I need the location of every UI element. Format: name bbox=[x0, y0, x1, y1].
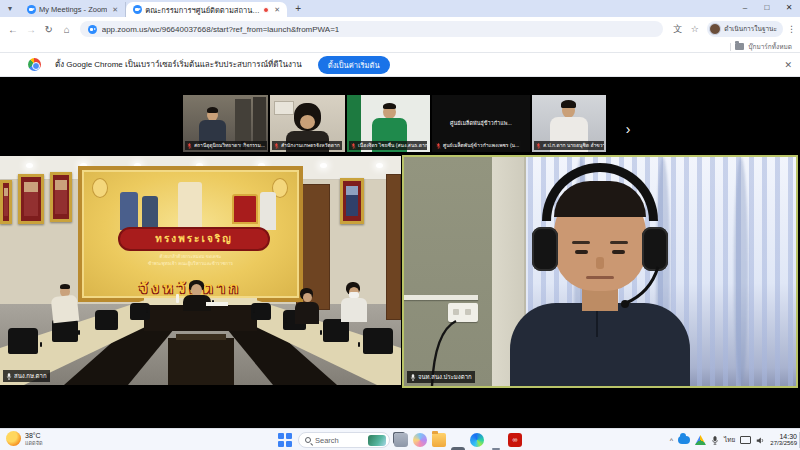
cabinet bbox=[235, 99, 251, 147]
google-drive-icon[interactable] bbox=[695, 435, 706, 445]
translate-icon[interactable]: 文 bbox=[669, 23, 686, 36]
main-video-meeting-room[interactable]: ทรงพระเจริญ ด้วยเกล้าด้วยกระหม่อม ขอเดชะ… bbox=[0, 156, 401, 385]
zoom-favicon bbox=[27, 5, 36, 14]
start-button[interactable] bbox=[278, 433, 292, 447]
muted-mic-icon bbox=[187, 143, 192, 149]
home-icon[interactable]: ⌂ bbox=[58, 24, 76, 35]
address-bar[interactable]: app.zoom.us/wc/96640037668/start?ref_fro… bbox=[80, 21, 664, 37]
window-controls: – □ ✕ bbox=[734, 0, 800, 17]
chair bbox=[323, 319, 349, 342]
set-default-button[interactable]: ตั้งเป็นค่าเริ่มต้น bbox=[318, 56, 390, 74]
forward-icon[interactable]: → bbox=[22, 24, 40, 35]
close-button[interactable]: ✕ bbox=[778, 0, 800, 17]
site-zoom-icon bbox=[88, 25, 97, 34]
search-daily-image bbox=[368, 435, 386, 446]
video-name: สนง.กษ.ตาก bbox=[14, 372, 47, 380]
cabinet bbox=[253, 97, 266, 147]
participant-thumbnail[interactable]: ส.ป.ก.ตาก นายอนุชิต อ่ำขวาง bbox=[532, 95, 606, 152]
weather-desc: แดดจัด bbox=[25, 440, 42, 446]
participant-name-tag: สำนักงานเกษตรจังหวัดตาก bbox=[272, 141, 342, 150]
weather-sun-icon bbox=[6, 431, 21, 446]
muted-mic-icon bbox=[351, 143, 356, 149]
participant-name-tag-extra: กิจกรรม... bbox=[241, 141, 267, 150]
muted-mic-icon bbox=[436, 143, 441, 149]
clock[interactable]: 14:30 27/3/2569 bbox=[770, 433, 797, 447]
conference-tables bbox=[0, 156, 401, 385]
infobar-close-icon[interactable]: ✕ bbox=[784, 60, 792, 70]
mouth bbox=[586, 276, 614, 279]
minimize-button[interactable]: – bbox=[734, 0, 756, 17]
kebab-menu-icon[interactable]: ⋮ bbox=[783, 24, 800, 34]
water-bottle bbox=[176, 294, 179, 303]
taskbar-search[interactable]: Search bbox=[298, 432, 390, 448]
participant-thumbnail[interactable]: สำนักงานเกษตรจังหวัดตาก bbox=[270, 95, 345, 152]
reload-icon[interactable]: ↻ bbox=[40, 24, 58, 35]
mic-icon bbox=[410, 374, 416, 381]
url-text: app.zoom.us/wc/96640037668/start?ref_fro… bbox=[102, 25, 340, 34]
system-tray: ^ ไทย 14:30 27/3/2569 bbox=[670, 429, 797, 450]
volume-icon[interactable] bbox=[756, 436, 765, 445]
participant-name-tag: สถานีอุตุนิยมวิทยาตาก bbox=[185, 141, 245, 150]
weather-temp: 38°C bbox=[25, 432, 42, 440]
tab-meeting-active[interactable]: คณะกรรมการฯศูนย์ติดตามสถานกา ✕ bbox=[126, 2, 287, 17]
recording-indicator-icon bbox=[263, 7, 269, 13]
tab-title: My Meetings - Zoom bbox=[39, 5, 107, 14]
tray-chevron-icon[interactable]: ^ bbox=[670, 437, 673, 444]
participant-name-tag: ส.ป.ก.ตาก นายอนุชิต อ่ำขวาง bbox=[534, 141, 604, 150]
tray-mic-icon[interactable] bbox=[711, 435, 719, 446]
participant-thumbnail[interactable]: ศูนย์เมล็ดพันธุ์ข้าวกำแพ... ศูนย์เมล็ดพั… bbox=[432, 95, 530, 152]
bookmark-star-icon[interactable]: ☆ bbox=[686, 24, 703, 34]
maximize-button[interactable]: □ bbox=[756, 0, 778, 17]
windows-taskbar: 38°C แดดจัด Search ∞ ^ ไทย 14: bbox=[0, 428, 800, 450]
language-indicator[interactable]: ไทย bbox=[724, 435, 735, 445]
participant-name: ศูนย์เมล็ดพันธุ์ข้าวกำแพงเพชร (น... bbox=[443, 142, 519, 149]
weather-widget[interactable]: 38°C แดดจัด bbox=[6, 431, 42, 446]
eye bbox=[575, 250, 588, 254]
back-icon[interactable]: ← bbox=[4, 24, 22, 35]
headphone-earcup-left bbox=[532, 227, 558, 271]
participant-name: ส.ป.ก.ตาก นายอนุชิต อ่ำขวาง bbox=[543, 142, 604, 149]
conduit bbox=[404, 295, 478, 300]
clock-date: 27/3/2569 bbox=[770, 440, 797, 447]
documents bbox=[206, 302, 228, 306]
browser-toolbar: ← → ↻ ⌂ app.zoom.us/wc/96640037668/start… bbox=[0, 17, 800, 41]
tab-my-meetings[interactable]: My Meetings - Zoom ✕ bbox=[20, 2, 126, 17]
new-tab-button[interactable]: + bbox=[291, 2, 305, 16]
browser-tab-strip: ▾ My Meetings - Zoom ✕ คณะกรรมการฯศูนย์ต… bbox=[0, 0, 800, 17]
infobar-text: ตั้ง Google Chrome เป็นเบราว์เซอร์เริ่มต… bbox=[55, 58, 302, 71]
tab-search-icon[interactable]: ▾ bbox=[4, 3, 16, 15]
participant-name: สำนักงานเกษตรจังหวัดตาก bbox=[281, 142, 340, 149]
muted-mic-icon bbox=[536, 143, 541, 149]
profile-label: ดำเนินการในฐานะ bbox=[724, 24, 777, 34]
eyebrow bbox=[572, 241, 590, 244]
participant-thumbnail[interactable]: เนื่องจิตร ไชยชื่น (สนง.สนธ.ตาก) bbox=[347, 95, 430, 152]
tab-title: คณะกรรมการฯศูนย์ติดตามสถานกา bbox=[145, 4, 260, 16]
avatar bbox=[709, 23, 721, 35]
tab-close-icon[interactable]: ✕ bbox=[110, 6, 118, 14]
search-icon bbox=[305, 437, 311, 443]
acrobat-icon[interactable]: ∞ bbox=[508, 433, 522, 447]
all-bookmarks-button[interactable]: บุ๊กมาร์กทั้งหมด bbox=[748, 42, 792, 52]
file-explorer-icon[interactable] bbox=[432, 433, 446, 447]
participant-thumbnail[interactable]: สถานีอุตุนิยมวิทยาตาก กิจกรรม... bbox=[183, 95, 268, 152]
search-label: Search bbox=[315, 436, 364, 445]
bookmarks-bar: บุ๊กมาร์กทั้งหมด bbox=[0, 41, 800, 53]
participant-name: สถานีอุตุนิยมวิทยาตาก bbox=[194, 142, 243, 149]
copilot-icon[interactable] bbox=[413, 433, 427, 447]
nose bbox=[596, 257, 604, 269]
participant-name-tag: เนื่องจิตร ไชยชื่น (สนง.สนธ.ตาก) bbox=[349, 141, 427, 150]
default-browser-infobar: ตั้ง Google Chrome เป็นเบราว์เซอร์เริ่มต… bbox=[0, 53, 800, 77]
participant-name-tag: ศูนย์เมล็ดพันธุ์ข้าวกำแพงเพชร (น... bbox=[434, 141, 521, 150]
main-video-active-speaker[interactable]: จนท.สนง.ประมงตาก bbox=[404, 157, 796, 386]
gallery-next-button[interactable]: › bbox=[620, 117, 636, 143]
tab-close-icon[interactable]: ✕ bbox=[272, 6, 280, 14]
zoom-favicon bbox=[133, 5, 142, 14]
onedrive-icon[interactable] bbox=[678, 436, 690, 444]
profile-chip[interactable]: ดำเนินการในฐานะ bbox=[707, 21, 783, 37]
task-view-button[interactable] bbox=[394, 433, 408, 447]
network-display-icon[interactable] bbox=[740, 436, 751, 444]
bookmarks-folder-icon bbox=[735, 43, 744, 50]
video-name-tag: จนท.สนง.ประมงตาก bbox=[407, 371, 475, 383]
edge-browser-icon[interactable] bbox=[470, 433, 484, 447]
muted-mic-icon bbox=[274, 143, 279, 149]
